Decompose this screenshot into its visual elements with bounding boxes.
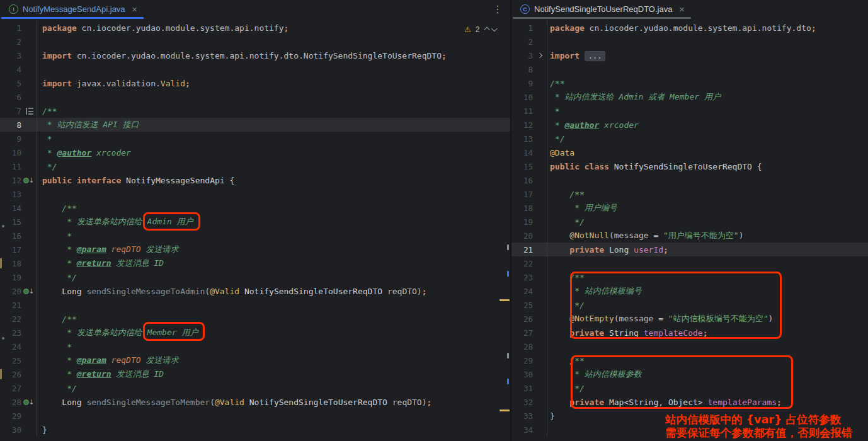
line-number[interactable]: 18 xyxy=(0,259,21,268)
code-line[interactable]: 23 /** xyxy=(511,270,868,284)
code-line[interactable]: 10 * @author xrcoder xyxy=(0,146,510,159)
line-number[interactable]: 28 xyxy=(0,398,21,407)
code-line[interactable]: 6 xyxy=(0,90,510,104)
tab-close-icon[interactable]: × xyxy=(132,5,137,14)
code-line[interactable]: 33} xyxy=(511,409,868,423)
code-line[interactable]: 25 * @param reqDTO 发送请求 xyxy=(0,353,510,367)
line-number[interactable]: 30 xyxy=(511,370,533,379)
code-line[interactable]: 15 * 发送单条站内信给 Admin 用户 xyxy=(0,215,510,229)
code-line[interactable]: 28 xyxy=(511,340,868,353)
code-line[interactable]: 18 * 用户编号 xyxy=(511,201,868,215)
code-line[interactable]: 3import cn.iocoder.yudao.module.system.a… xyxy=(0,49,510,62)
code-line[interactable]: 19 */ xyxy=(0,270,510,284)
code-line[interactable]: 16 * xyxy=(0,229,510,243)
line-number[interactable]: 21 xyxy=(0,301,21,310)
code-line[interactable]: 20↓ Long sendSingleMessageToAdmin(@Valid… xyxy=(0,284,510,298)
line-number[interactable]: 34 xyxy=(511,425,533,435)
code-line[interactable]: 29 xyxy=(0,409,510,423)
line-number[interactable]: 25 xyxy=(0,356,21,365)
code-line[interactable]: 13 */ xyxy=(511,132,868,146)
code-line[interactable]: 19 */ xyxy=(511,215,868,229)
implemented-marker-icon[interactable]: ↓ xyxy=(23,399,34,406)
code-line[interactable]: 12 * @author xrcoder xyxy=(511,118,868,132)
code-line[interactable]: 32 private Map<String, Object> templateP… xyxy=(511,395,868,409)
code-line[interactable]: 10 * 站内信发送给 Admin 或者 Member 用户 xyxy=(511,90,868,104)
line-number[interactable]: 8 xyxy=(511,65,533,74)
line-number[interactable]: 1 xyxy=(0,23,21,33)
error-stripe-mark[interactable] xyxy=(507,271,509,277)
line-number[interactable]: 15 xyxy=(511,162,533,171)
code-line[interactable]: 9/** xyxy=(511,76,868,90)
line-number[interactable]: 32 xyxy=(511,398,533,407)
code-line[interactable]: 9 * xyxy=(0,132,510,146)
error-stripe-mark[interactable] xyxy=(507,379,509,384)
code-line[interactable]: 1package cn.iocoder.yudao.module.system.… xyxy=(511,21,868,35)
code-line[interactable]: 29 /** xyxy=(511,353,868,367)
code-line[interactable]: 4 xyxy=(0,62,510,76)
line-number[interactable]: 14 xyxy=(511,148,533,158)
line-number[interactable]: 20 xyxy=(511,231,533,241)
line-number[interactable]: 9 xyxy=(511,79,533,88)
line-number[interactable]: 11 xyxy=(511,106,533,116)
code-line[interactable]: 27 private String templateCode; xyxy=(511,326,868,340)
line-number[interactable]: 2 xyxy=(0,37,21,47)
code-line[interactable]: 15public class NotifySendSingleToUserReq… xyxy=(511,159,868,173)
code-line[interactable]: 14 /** xyxy=(0,201,510,215)
code-line[interactable]: 31 */ xyxy=(511,381,868,395)
fold-expand-icon[interactable] xyxy=(537,53,542,58)
line-number[interactable]: 26 xyxy=(511,314,533,324)
line-number[interactable]: 17 xyxy=(0,245,21,255)
error-stripe-mark[interactable] xyxy=(500,410,510,411)
code-line[interactable]: 11 * xyxy=(511,104,868,118)
line-number[interactable]: 23 xyxy=(0,328,21,338)
error-stripe-mark[interactable] xyxy=(500,299,510,301)
code-line[interactable]: 26 @NotEmpty(message = "站内信模板编号不能为空") xyxy=(511,312,868,326)
code-line[interactable]: 24 * xyxy=(0,340,510,353)
code-line[interactable]: 20 @NotNull(message = "用户编号不能为空") xyxy=(511,229,868,243)
line-number[interactable]: 24 xyxy=(0,342,21,352)
code-line[interactable]: 2 xyxy=(0,35,510,49)
error-stripe-mark[interactable] xyxy=(507,353,509,358)
line-number[interactable]: 13 xyxy=(0,190,21,199)
code-line[interactable]: 8 * 站内信发送 API 接口 xyxy=(0,118,510,132)
line-number[interactable]: 11 xyxy=(0,162,21,171)
code-line[interactable]: 1package cn.iocoder.yudao.module.system.… xyxy=(0,21,510,35)
line-number[interactable]: 31 xyxy=(511,384,533,393)
tab-options-kebab-icon[interactable]: ⋮ xyxy=(493,3,503,16)
line-number[interactable]: 4 xyxy=(0,65,21,74)
line-number[interactable]: 12 xyxy=(511,120,533,130)
line-number[interactable]: 22 xyxy=(511,259,533,268)
line-number[interactable]: 2 xyxy=(511,37,533,47)
line-number[interactable]: 8 xyxy=(0,120,21,130)
code-line[interactable]: 3import ... xyxy=(511,49,868,62)
code-line[interactable]: 28↓ Long sendSingleMessageToMember(@Vali… xyxy=(0,395,510,409)
code-line[interactable]: 8 xyxy=(511,62,868,76)
error-stripe-mark[interactable] xyxy=(507,244,509,250)
line-number[interactable]: 3 xyxy=(511,51,533,60)
code-line[interactable]: 17 * @param reqDTO 发送请求 xyxy=(0,243,510,256)
code-line[interactable]: 21 private Long userId; xyxy=(511,243,868,256)
code-line[interactable]: 11 */ xyxy=(0,159,510,173)
render-docs-icon[interactable] xyxy=(26,108,33,115)
code-line[interactable]: 30 * 站内信模板参数 xyxy=(511,367,868,381)
code-line[interactable]: 18 * @return 发送消息 ID xyxy=(0,256,510,270)
code-line[interactable]: 7/** xyxy=(0,104,510,118)
line-number[interactable]: 29 xyxy=(0,411,21,421)
implemented-marker-icon[interactable]: ↓ xyxy=(23,288,34,295)
line-number[interactable]: 1 xyxy=(511,23,533,33)
code-line[interactable]: 21 xyxy=(0,298,510,312)
line-number[interactable]: 9 xyxy=(0,134,21,144)
tab-notify-message-send-api[interactable]: I NotifyMessageSendApi.java × xyxy=(1,0,144,18)
line-number[interactable]: 3 xyxy=(0,51,21,60)
line-number[interactable]: 17 xyxy=(511,190,533,199)
line-number[interactable]: 21 xyxy=(511,245,533,255)
code-line[interactable]: 34 xyxy=(511,423,868,437)
code-line[interactable]: 24 * 站内信模板编号 xyxy=(511,284,868,298)
line-number[interactable]: 23 xyxy=(511,273,533,282)
line-number[interactable]: 28 xyxy=(511,342,533,352)
code-line[interactable]: 2 xyxy=(511,35,868,49)
code-line[interactable]: 12↓public interface NotifyMessageSendApi… xyxy=(0,173,510,187)
code-line[interactable]: 17 /** xyxy=(511,187,868,201)
line-number[interactable]: 24 xyxy=(511,287,533,296)
code-line[interactable]: 30} xyxy=(0,423,510,437)
